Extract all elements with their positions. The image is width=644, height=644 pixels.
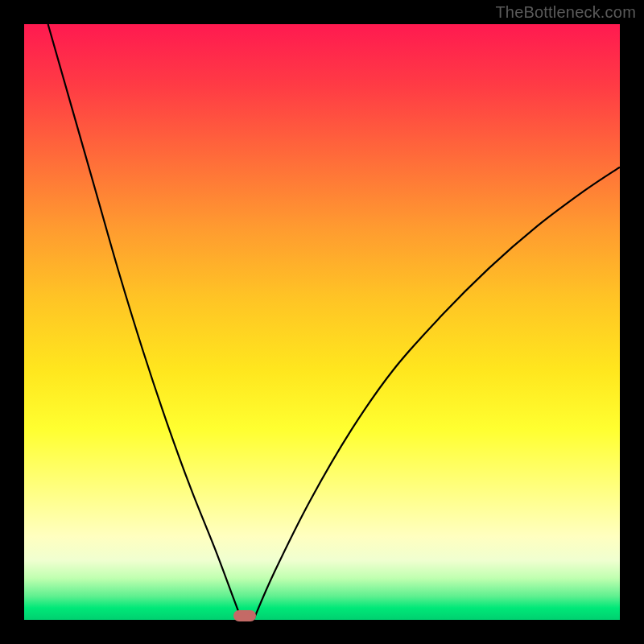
curve-right-branch <box>254 167 620 620</box>
minimum-marker <box>233 610 256 621</box>
curve-left-branch <box>48 24 242 620</box>
watermark-text: TheBottleneck.com <box>495 3 636 22</box>
chart-curves-svg <box>24 24 620 620</box>
